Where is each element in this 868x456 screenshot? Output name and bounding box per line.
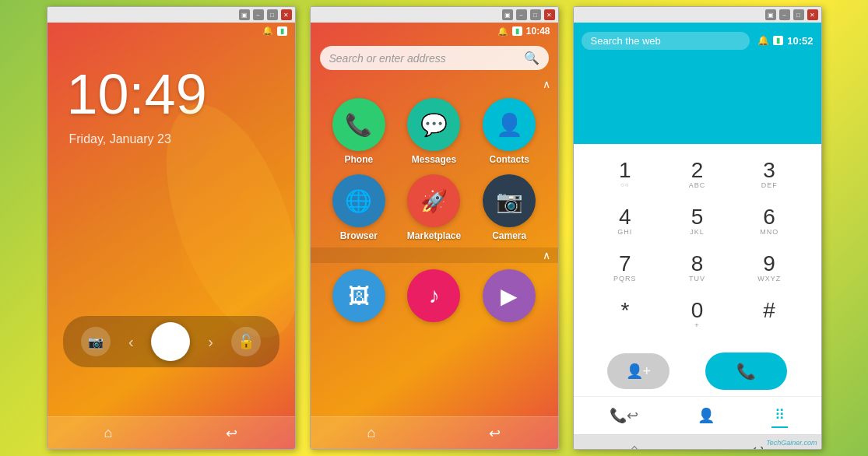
phone2-back-btn[interactable]: ↩: [489, 425, 501, 442]
phone2-body: 🔔 ▮ 10:48 Search or enter address 🔍 ∧ 📞 …: [311, 23, 558, 449]
key-star[interactable]: *: [589, 292, 662, 338]
key-6[interactable]: 6 MNO: [733, 198, 806, 245]
phone2-window: ▣ − □ ✕ 🔔 ▮ 10:48 Search or enter addres…: [310, 6, 559, 450]
phone3-titlebar: ▣ − □ ✕: [574, 7, 821, 23]
chevron-up-2-icon: ∧: [543, 249, 550, 261]
key-5[interactable]: 5 JKL: [661, 198, 733, 245]
phone2-home-btn[interactable]: ⌂: [367, 425, 376, 441]
phone-app-label: Phone: [344, 154, 373, 165]
phone2-close[interactable]: ✕: [544, 9, 555, 20]
battery-icon: ▮: [277, 26, 287, 36]
phone1-maximize[interactable]: □: [267, 9, 278, 20]
phone3-maximize[interactable]: □: [793, 9, 804, 20]
key-0[interactable]: 0 +: [661, 292, 733, 338]
key-3[interactable]: 3 DEF: [733, 152, 806, 198]
app-camera[interactable]: 📷 Camera: [476, 174, 543, 241]
phone2-time: 10:48: [526, 26, 550, 37]
dialer-topbar: Search the web 🔔 ▮ 10:52: [574, 23, 821, 58]
unlock-btn[interactable]: 🔓: [231, 327, 261, 356]
video-app-icon: ▶: [483, 269, 536, 322]
chevron-up-icon: ∧: [543, 78, 550, 90]
key-4[interactable]: 4 GHI: [589, 198, 662, 245]
bell-icon: 🔔: [262, 26, 273, 36]
dialer-display: [574, 58, 821, 144]
phone1-back-btn[interactable]: ↩: [226, 425, 237, 442]
phone3-minimize[interactable]: −: [779, 9, 790, 20]
keypad: 1 ○○ 2 ABC 3 DEF 4 GHI 5 JKL 6 MNO: [574, 144, 821, 346]
dialer-status: 🔔 ▮ 10:52: [757, 35, 813, 47]
phone1-navbar: ⌂ ↩: [47, 416, 295, 449]
phone3-body: Search the web 🔔 ▮ 10:52 1 ○○ 2 ABC 3 DE…: [574, 23, 821, 449]
browser-app-label: Browser: [340, 230, 378, 241]
messages-app-icon: 💬: [407, 98, 460, 151]
phone1-statusbar: 🔔 ▮: [47, 23, 295, 39]
call-icon: 📞: [736, 363, 756, 380]
app-messages[interactable]: 💬 Messages: [401, 98, 467, 165]
phone3-icon: ▣: [765, 9, 776, 20]
phone1-close[interactable]: ✕: [281, 9, 292, 20]
dialer-contacts-btn[interactable]: 👤: [694, 404, 718, 427]
camera-app-label: Camera: [492, 230, 526, 241]
app-browser[interactable]: 🌐 Browser: [326, 174, 392, 241]
phone2-maximize[interactable]: □: [530, 9, 541, 20]
phone3-back-btn[interactable]: ↩: [752, 441, 764, 450]
phone1-body: 🔔 ▮ 10:49 Friday, January 23 📷 ‹ › 🔓 ⌂ ↩: [47, 23, 295, 449]
phone2-titlebar: ▣ − □ ✕: [311, 7, 558, 23]
key-8[interactable]: 8 TUV: [661, 245, 733, 292]
app-music[interactable]: ♪: [401, 269, 467, 322]
app-marketplace[interactable]: 🚀 Marketplace: [401, 174, 467, 241]
search-bar[interactable]: Search or enter address 🔍: [320, 46, 549, 70]
messages-app-label: Messages: [412, 154, 456, 165]
key-1[interactable]: 1 ○○: [589, 152, 662, 198]
app-phone[interactable]: 📞 Phone: [326, 98, 392, 165]
phone3-close[interactable]: ✕: [807, 9, 818, 20]
contacts-app-icon: 👤: [483, 98, 536, 151]
right-arrow-btn[interactable]: ›: [196, 327, 226, 356]
left-arrow-btn[interactable]: ‹: [116, 327, 146, 356]
phone2-statusbar: 🔔 ▮ 10:48: [311, 23, 558, 40]
phone1-home-btn[interactable]: ⌂: [104, 425, 113, 441]
contacts-app-label: Contacts: [489, 154, 529, 165]
gallery-app-icon: 🖼: [332, 269, 385, 322]
phone1-icon: ▣: [239, 9, 250, 20]
camera-lock-btn[interactable]: 📷: [81, 327, 111, 356]
phone3-home-btn[interactable]: ⌂: [631, 441, 639, 449]
phone2-icon: ▣: [502, 9, 513, 20]
lock-controls: 📷 ‹ › 🔓: [63, 316, 279, 367]
phone2-minimize[interactable]: −: [516, 9, 527, 20]
unlock-center-btn[interactable]: [151, 322, 190, 361]
camera-app-icon: 📷: [483, 174, 536, 227]
phone-app-icon: 📞: [332, 98, 385, 151]
section2-header: ∧: [311, 247, 558, 263]
add-contact-btn[interactable]: 👤+: [607, 353, 670, 389]
watermark: TechGainer.com: [766, 439, 817, 447]
marketplace-app-icon: 🚀: [407, 174, 460, 227]
dialer-bottom-nav: 📞↩ 👤 ⠿: [574, 396, 821, 434]
search-web-input[interactable]: Search the web: [582, 32, 750, 50]
phone1-titlebar: ▣ − □ ✕: [47, 7, 295, 23]
dialer-keypad-btn[interactable]: ⠿: [771, 403, 788, 428]
call-btn[interactable]: 📞: [705, 353, 787, 390]
key-7[interactable]: 7 PQRS: [589, 245, 662, 292]
phone2-battery-icon: ▮: [512, 26, 522, 36]
phone1-window: ▣ − □ ✕ 🔔 ▮ 10:49 Friday, January 23 📷 ‹…: [47, 6, 296, 450]
dialer-recent-btn[interactable]: 📞↩: [606, 404, 641, 427]
add-contact-icon: 👤+: [626, 363, 652, 380]
app-gallery[interactable]: 🖼: [326, 269, 392, 322]
app-video[interactable]: ▶: [476, 269, 543, 322]
app-contacts[interactable]: 👤 Contacts: [476, 98, 543, 165]
key-9[interactable]: 9 WXYZ: [733, 245, 806, 292]
music-app-icon: ♪: [407, 269, 460, 322]
key-2[interactable]: 2 ABC: [661, 152, 733, 198]
dialer-time: 10:52: [787, 35, 813, 47]
key-hash[interactable]: #: [733, 292, 806, 338]
phone1-minimize[interactable]: −: [253, 9, 264, 20]
dialer-bell-icon: 🔔: [757, 35, 769, 46]
section1-header: ∧: [311, 76, 558, 92]
apps-grid-bottom: 🖼 ♪ ▶: [311, 265, 558, 328]
search-placeholder: Search or enter address: [329, 52, 518, 65]
apps-grid-main: 📞 Phone 💬 Messages 👤 Contacts 🌐 Browser …: [311, 92, 558, 247]
marketplace-app-label: Marketplace: [407, 230, 461, 241]
search-icon[interactable]: 🔍: [524, 51, 539, 65]
browser-app-icon: 🌐: [332, 174, 385, 227]
